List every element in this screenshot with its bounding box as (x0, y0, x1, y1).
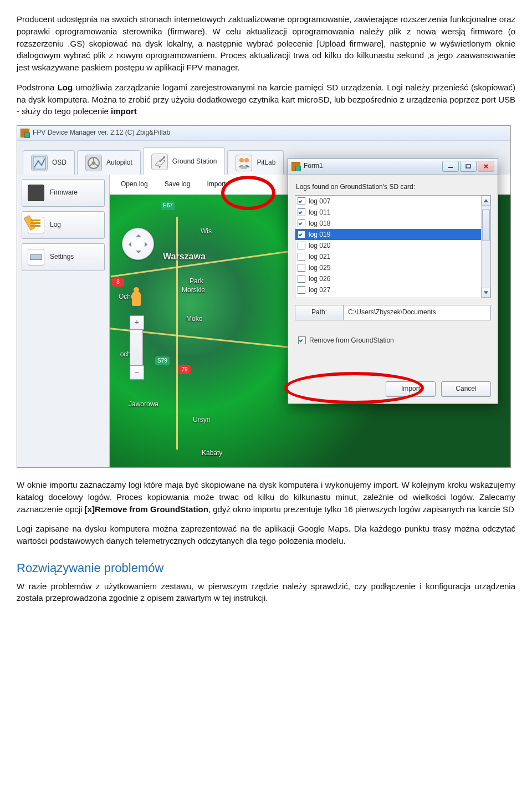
scrollbar[interactable] (481, 196, 490, 298)
list-item-label: log 011 (309, 208, 330, 217)
list-item[interactable]: log 021 (295, 251, 481, 262)
osd-icon (31, 155, 48, 171)
svg-rect-9 (466, 165, 470, 168)
sidebar-item-firmware[interactable]: Firmware (22, 179, 105, 207)
map-label: Park (190, 277, 203, 286)
list-item[interactable]: log 011 (295, 207, 481, 218)
sidebar-item-label: Settings (50, 252, 74, 262)
remove-checkbox-row[interactable]: Remove from GroundStation (298, 336, 491, 345)
open-log-button[interactable]: Open log (121, 180, 148, 189)
scroll-thumb[interactable] (482, 209, 490, 241)
paragraph-5: W razie problemów z użytkowaniem zestawu… (17, 580, 515, 605)
app-icon (21, 129, 29, 137)
map-label: Moko (186, 314, 202, 324)
maximize-button[interactable] (460, 161, 477, 172)
zoom-slider[interactable] (130, 330, 143, 365)
list-item-label: log 007 (309, 197, 330, 206)
checkbox-icon[interactable] (298, 336, 306, 344)
dialog-icon (291, 162, 300, 171)
map-label: Warszawa (163, 250, 206, 263)
dialog-cancel-button[interactable]: Cancel (441, 381, 491, 397)
tab-ground-station[interactable]: Ground Station (143, 147, 226, 176)
tab-osd[interactable]: OSD (23, 150, 75, 175)
list-item[interactable]: log 007 (295, 196, 481, 207)
svg-point-5 (239, 158, 244, 162)
tab-autopilot[interactable]: Autopilot (77, 150, 141, 175)
list-item[interactable]: log 027 (295, 284, 481, 295)
path-label-button[interactable]: Path: (295, 305, 344, 320)
remove-label: Remove from GroundStation (309, 336, 394, 345)
road-shield: 8 (112, 278, 124, 287)
arrow-down-icon (136, 251, 141, 256)
text-bold: import (111, 106, 137, 116)
road-shield: 79 (178, 365, 191, 374)
sidebar-item-log[interactable]: Log (22, 211, 105, 239)
checkbox-icon[interactable] (298, 286, 305, 294)
sidebar: Firmware Log Settings (17, 175, 110, 467)
chip-icon (28, 185, 44, 201)
dialog-title-bar[interactable]: Form1 (288, 159, 498, 175)
paragraph-1: Producent udostępnia na swoich stronach … (17, 13, 515, 74)
save-log-button[interactable]: Save log (165, 180, 191, 189)
people-icon (236, 155, 252, 171)
close-button[interactable] (478, 161, 494, 172)
list-item-label: log 018 (309, 219, 330, 228)
satellite-dish-icon (151, 154, 168, 170)
app-window: FPV Device Manager ver. 2.12 (C) Zbig&Pi… (17, 125, 511, 468)
checkbox-icon[interactable] (298, 242, 305, 249)
zoom-out-button[interactable]: − (130, 365, 144, 380)
map-zoom-control[interactable]: + − (130, 315, 143, 380)
minimize-button[interactable] (442, 161, 459, 172)
text-bold: Log (58, 83, 73, 92)
map-label: Wis (201, 227, 212, 236)
logs-listbox[interactable]: log 007log 011log 018log 019log 020log 0… (295, 195, 491, 298)
annotation-circle (284, 372, 424, 404)
pegman-icon[interactable] (132, 292, 141, 306)
zoom-in-button[interactable]: + (130, 315, 144, 330)
checkbox-icon[interactable] (298, 208, 305, 216)
list-item-label: log 026 (309, 274, 330, 284)
steering-icon (85, 155, 102, 171)
arrow-up-icon (136, 232, 141, 237)
list-item[interactable]: log 025 (295, 262, 481, 273)
tab-label: PitLab (257, 158, 275, 167)
checkbox-icon[interactable] (298, 197, 305, 205)
map-pan-control[interactable] (122, 228, 154, 260)
sidebar-item-label: Log (50, 220, 61, 229)
import-dialog: Form1 Logs found on GroundStation's SD c… (288, 158, 498, 404)
settings-icon (28, 249, 44, 266)
logs-found-label: Logs found on GroundStation's SD card: (296, 182, 491, 192)
list-item[interactable]: log 026 (295, 273, 481, 284)
sidebar-item-settings[interactable]: Settings (22, 243, 105, 271)
list-item[interactable]: log 019 (295, 229, 481, 240)
paragraph-3: W oknie importu zaznaczamy logi które ma… (17, 479, 515, 515)
tab-label: Autopilot (106, 158, 132, 167)
scroll-up-icon[interactable] (482, 196, 490, 206)
checkbox-icon[interactable] (298, 264, 305, 272)
pencil-log-icon (28, 217, 44, 233)
svg-point-4 (163, 156, 165, 159)
checkbox-icon[interactable] (298, 231, 305, 238)
checkbox-icon[interactable] (298, 220, 305, 227)
list-item[interactable]: log 020 (295, 240, 481, 251)
path-value: C:\Users\Zbyszek\Documents (344, 305, 491, 320)
dialog-title: Form1 (304, 161, 323, 171)
list-item-label: log 025 (309, 263, 330, 273)
text: , gdyż okno importu prezentuje tylko 16 … (208, 504, 514, 514)
road-shield: S79 (155, 356, 170, 365)
text: Podstrona (17, 83, 58, 92)
list-item-label: log 021 (309, 252, 330, 262)
arrow-right-icon (145, 242, 150, 247)
window-title: FPV Device Manager ver. 2.12 (C) Zbig&Pi… (33, 128, 170, 137)
scroll-track[interactable] (482, 206, 490, 288)
list-item-label: log 019 (309, 230, 330, 239)
road-shield: E67 (161, 201, 175, 210)
checkbox-icon[interactable] (298, 253, 305, 261)
map-label: Jaworowa (129, 400, 158, 409)
list-item[interactable]: log 018 (295, 218, 481, 229)
scroll-down-icon[interactable] (482, 288, 490, 298)
checkbox-icon[interactable] (298, 275, 305, 283)
arrow-left-icon (126, 242, 131, 247)
list-item-label: log 027 (309, 285, 330, 295)
tab-pitlab[interactable]: PitLab (227, 150, 284, 175)
